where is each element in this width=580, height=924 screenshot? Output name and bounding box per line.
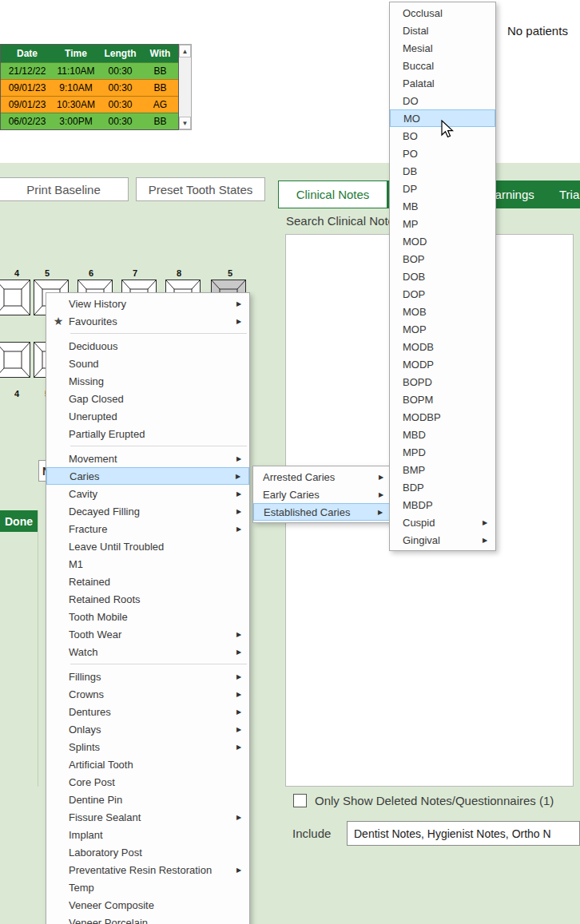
menu-item-bopm[interactable]: BOPM [390, 391, 495, 408]
menu-item-dentures[interactable]: Dentures▶ [46, 703, 249, 720]
menu-item-sound[interactable]: Sound [46, 355, 249, 372]
menu-item-tooth-mobile[interactable]: Tooth Mobile [46, 608, 249, 625]
menu-item-view-history[interactable]: View History▶ [46, 295, 249, 312]
menu-item-artificial-tooth[interactable]: Artificial Tooth [46, 755, 249, 773]
menu-item-cuspid[interactable]: Cuspid▶ [390, 514, 495, 531]
menu-item-core-post[interactable]: Core Post [46, 773, 249, 791]
menu-item-mod[interactable]: MOD [390, 232, 495, 250]
menu-item-preventative-resin-restoration[interactable]: Preventative Resin Restoration▶ [46, 861, 249, 878]
menu-item-label: Core Post [69, 776, 236, 788]
menu-item-modb[interactable]: MODB [390, 338, 495, 355]
menu-item-missing[interactable]: Missing [46, 372, 249, 390]
scroll-down-button[interactable]: ▼ [179, 117, 191, 129]
submenu-arrow-icon: ▶ [236, 866, 249, 874]
preset-tooth-states-button[interactable]: Preset Tooth States [136, 177, 265, 201]
menu-item-gingival[interactable]: Gingival▶ [390, 531, 495, 549]
menu-item-splints[interactable]: Splints▶ [46, 738, 249, 755]
menu-item-veneer-composite[interactable]: Veneer Composite [46, 896, 249, 914]
tooth-number: 7 [133, 268, 137, 278]
scroll-up-button[interactable]: ▲ [179, 45, 191, 58]
tooth-upper-4[interactable] [0, 280, 30, 315]
tooth-lower[interactable] [0, 342, 30, 378]
menu-item-fracture[interactable]: Fracture▶ [46, 520, 249, 537]
tab-clinical-notes[interactable]: Clinical Notes [278, 180, 387, 208]
menu-item-mb[interactable]: MB [390, 197, 495, 215]
menu-item-veneer-porcelain[interactable]: Veneer Porcelain [46, 914, 249, 924]
menu-item-label: DOB [403, 271, 483, 283]
menu-item-arrested-caries[interactable]: Arrested Caries▶ [253, 468, 391, 486]
menu-item-fillings[interactable]: Fillings▶ [46, 668, 249, 685]
menu-item-mesial[interactable]: Mesial [390, 39, 495, 57]
scroll-up-icon: ▲ [182, 48, 189, 55]
menu-item-mop[interactable]: MOP [390, 320, 495, 338]
menu-item-bmp[interactable]: BMP [390, 461, 495, 478]
menu-item-partially-erupted[interactable]: Partially Erupted [46, 425, 249, 442]
menu-item-temp[interactable]: Temp [46, 878, 249, 896]
menu-item-label: DOP [403, 288, 483, 300]
appointment-cell: 3:00PM [54, 116, 98, 127]
menu-item-gap-closed[interactable]: Gap Closed [46, 390, 249, 407]
menu-item-dop[interactable]: DOP [390, 285, 495, 303]
menu-item-mp[interactable]: MP [390, 215, 495, 232]
menu-item-distal[interactable]: Distal [390, 22, 495, 39]
menu-item-label: MODB [403, 341, 483, 353]
menu-item-watch[interactable]: Watch▶ [46, 643, 249, 660]
menu-item-implant[interactable]: Implant [46, 826, 249, 843]
menu-item-db[interactable]: DB [390, 162, 495, 180]
menu-item-bdp[interactable]: BDP [390, 478, 495, 496]
menu-item-movement[interactable]: Movement▶ [46, 450, 249, 467]
menu-item-caries[interactable]: Caries▶ [46, 467, 249, 485]
menu-item-mbd[interactable]: MBD [390, 426, 495, 443]
menu-item-early-caries[interactable]: Early Caries▶ [253, 486, 391, 503]
menu-item-tooth-wear[interactable]: Tooth Wear▶ [46, 625, 249, 643]
menu-item-modbp[interactable]: MODBP [390, 408, 495, 426]
menu-item-label: Established Caries [264, 506, 378, 518]
menu-item-retained-roots[interactable]: Retained Roots [46, 590, 249, 608]
appointment-row[interactable]: 09/01/239:10AM00:30BB [1, 79, 178, 96]
menu-item-label: Preventative Resin Restoration [69, 864, 236, 876]
menu-item-label: Splints [69, 741, 236, 753]
menu-item-established-caries[interactable]: Established Caries▶ [253, 503, 391, 521]
appointments-scrollbar[interactable]: ▲ ▼ [179, 44, 192, 130]
menu-item-mpd[interactable]: MPD [390, 443, 495, 461]
menu-item-modp[interactable]: MODP [390, 355, 495, 373]
appointment-row[interactable]: 09/01/2310:30AM00:30AG [1, 96, 178, 113]
submenu-arrow-icon: ▶ [236, 473, 248, 480]
print-baseline-button[interactable]: Print Baseline [0, 177, 129, 201]
menu-item-cavity[interactable]: Cavity▶ [46, 485, 249, 502]
menu-item-crowns[interactable]: Crowns▶ [46, 685, 249, 703]
menu-item-label: Fracture [69, 523, 236, 535]
menu-item-unerupted[interactable]: Unerupted [46, 407, 249, 425]
menu-item-do[interactable]: DO [390, 92, 495, 109]
menu-item-m1[interactable]: M1 [46, 555, 249, 573]
include-filter-field[interactable]: Dentist Notes, Hygienist Notes, Ortho N [347, 821, 580, 846]
menu-item-bop[interactable]: BOP [390, 250, 495, 268]
submenu-arrow-icon: ▶ [236, 300, 249, 307]
tab-tria[interactable]: Tria [559, 180, 579, 208]
done-button[interactable]: Done [0, 510, 38, 532]
menu-item-fissure-sealant[interactable]: Fissure Sealant▶ [46, 808, 249, 826]
show-deleted-checkbox[interactable] [293, 794, 307, 807]
appointment-row[interactable]: 06/02/233:00PM00:30BB [1, 113, 178, 129]
menu-item-bopd[interactable]: BOPD [390, 373, 495, 391]
menu-item-favourites[interactable]: ★Favourites▶ [46, 312, 249, 330]
menu-item-retained[interactable]: Retained [46, 573, 249, 590]
menu-item-dob[interactable]: DOB [390, 268, 495, 285]
menu-item-po[interactable]: PO [390, 145, 495, 162]
column-header: Date [1, 48, 54, 59]
menu-item-dentine-pin[interactable]: Dentine Pin [46, 791, 249, 808]
menu-item-buccal[interactable]: Buccal [390, 57, 495, 74]
menu-item-mob[interactable]: MOB [390, 303, 495, 320]
menu-item-laboratory-post[interactable]: Laboratory Post [46, 843, 249, 861]
submenu-arrow-icon: ▶ [236, 508, 249, 515]
menu-item-occlusal[interactable]: Occlusal [390, 4, 495, 22]
menu-item-decayed-filling[interactable]: Decayed Filling▶ [46, 502, 249, 520]
menu-item-onlays[interactable]: Onlays▶ [46, 720, 249, 738]
menu-item-dp[interactable]: DP [390, 180, 495, 197]
appointment-row[interactable]: 21/12/2211:10AM00:30BB [1, 62, 178, 79]
menu-item-leave-until-troubled[interactable]: Leave Until Troubled [46, 537, 249, 555]
menu-item-palatal[interactable]: Palatal [390, 74, 495, 92]
scroll-down-icon: ▼ [182, 120, 189, 127]
menu-item-deciduous[interactable]: Deciduous [46, 337, 249, 355]
menu-item-mbdp[interactable]: MBDP [390, 496, 495, 514]
